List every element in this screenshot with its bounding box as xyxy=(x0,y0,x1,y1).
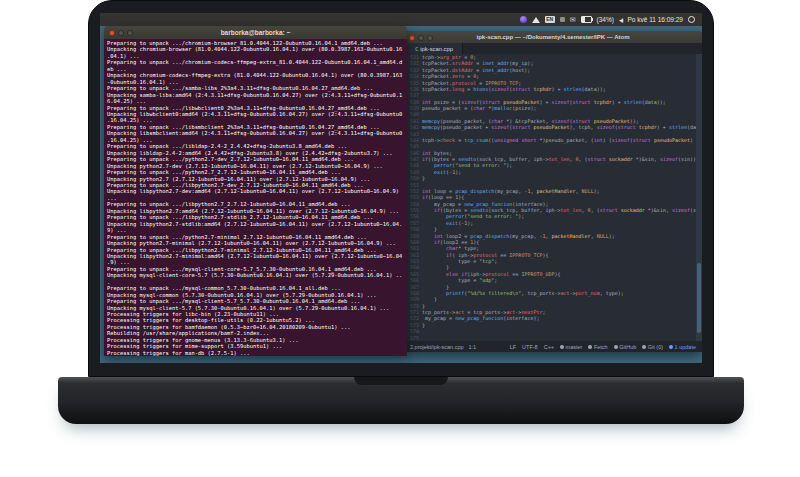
status-item-lf[interactable]: LF xyxy=(510,344,516,350)
status-item-git-0-[interactable]: Git (0) xyxy=(642,344,663,350)
volume-icon[interactable]: ◀) xyxy=(619,17,623,23)
minimize-button[interactable] xyxy=(418,35,424,41)
status-item-1-update[interactable]: 1 update xyxy=(669,344,696,350)
code-line xyxy=(422,335,702,341)
terminal-titlebar[interactable]: barborka@barborka: ~ xyxy=(104,26,407,39)
terminal-line: Unpacking libpython2.7-dev:amd64 (2.7.12… xyxy=(107,188,404,194)
status-item-label: UTF-8 xyxy=(522,344,538,350)
status-item-label: master xyxy=(566,344,583,350)
status-right-items: LFUTF-8C++masterFetchGitHubGit (0)1 upda… xyxy=(510,344,696,350)
terminal-line: Unpacking samba-libs:amd64 (2:4.3.11+dfs… xyxy=(107,92,404,98)
status-cursor-position[interactable]: 1:1 xyxy=(469,344,477,350)
editor-scrollbar[interactable] xyxy=(696,54,702,341)
git-branch-icon xyxy=(560,345,564,349)
laptop-screen: EN ✉ (34%) ◀) Po kvě 11 16:09:29 barbork… xyxy=(100,13,702,363)
terminal-window-buttons xyxy=(109,30,133,36)
atom-status-bar: 2.projekt/ipk-scan.cpp 1:1 LFUTF-8C++mas… xyxy=(404,341,702,352)
package-icon xyxy=(669,345,673,349)
laptop-mockup-scene: EN ✉ (34%) ◀) Po kvě 11 16:09:29 barbork… xyxy=(0,0,800,477)
terminal-line: Preparing to unpack .../samba-libs_2%3a4… xyxy=(107,85,404,91)
close-button[interactable] xyxy=(409,35,415,41)
status-item-label: C++ xyxy=(544,344,554,350)
status-item-master[interactable]: master xyxy=(560,344,582,350)
code-editor[interactable]: 5315325335345355365375385395405415425435… xyxy=(404,54,702,341)
terminal-line: Unpacking mysql-client-core-5.7 (5.7.30-… xyxy=(107,272,404,278)
laptop-base xyxy=(58,377,744,424)
top-panel: EN ✉ (34%) ◀) Po kvě 11 16:09:29 xyxy=(100,13,702,26)
status-item-label: LF xyxy=(510,344,516,350)
status-item-github[interactable]: GitHub xyxy=(614,344,637,350)
minimize-button[interactable] xyxy=(118,30,124,36)
maximize-button[interactable] xyxy=(427,35,433,41)
terminal-line: Unpacking libpython2.7-stdlib:amd64 (2.7… xyxy=(107,221,404,227)
terminal-title: barborka@barborka: ~ xyxy=(221,29,291,36)
atom-window: ipk-scan.cpp — ~/Dokumenty/4.semester/IP… xyxy=(404,31,702,352)
terminal-body[interactable]: Preparing to unpack .../chromium-browser… xyxy=(104,39,407,356)
status-item-c-[interactable]: C++ xyxy=(544,344,554,350)
close-button[interactable] xyxy=(109,30,115,36)
terminal-window: barborka@barborka: ~ Preparing to unpack… xyxy=(104,26,407,356)
maximize-button[interactable] xyxy=(127,30,133,36)
tab-ipk-scan-cpp[interactable]: C ipk-scan.cpp xyxy=(405,43,463,54)
git-diff-icon xyxy=(642,345,646,349)
tab-label: ipk-scan.cpp xyxy=(420,46,453,52)
atom-window-buttons xyxy=(409,35,433,41)
terminal-line: Preparing to unpack .../libpython2.7-min… xyxy=(107,247,404,253)
status-item-label: Git (0) xyxy=(648,344,663,350)
code-lines: tcph->urg_ptr = 0;tcpPacket.srcAddr = in… xyxy=(422,54,702,341)
terminal-line: Preparing to unpack .../libpython2.7-std… xyxy=(107,214,404,220)
status-file-path[interactable]: 2.projekt/ipk-scan.cpp xyxy=(410,344,464,350)
bluetooth-icon[interactable] xyxy=(560,17,565,22)
terminal-line: Processing triggers for man-db (2.7.5-1)… xyxy=(107,350,404,356)
status-item-label: GitHub xyxy=(619,344,636,350)
battery-percent-label: (34%) xyxy=(597,16,614,23)
code-line: memcpy(pseudo_packet + sizeof(struct pse… xyxy=(422,124,702,130)
status-item-label: 1 update xyxy=(675,344,696,350)
laptop-hinge-notch xyxy=(354,377,448,385)
status-item-label: Fetch xyxy=(594,344,608,350)
terminal-line: Unpacking chromium-browser (81.0.4044.12… xyxy=(107,46,404,52)
code-line: tcph->check = tcp_csum((unsigned short *… xyxy=(422,137,702,143)
app-indicator-icon[interactable] xyxy=(520,16,527,23)
wifi-icon[interactable] xyxy=(532,17,540,23)
status-item-fetch[interactable]: Fetch xyxy=(588,344,607,350)
terminal-line: Unpacking chromium-codecs-ffmpeg-extra (… xyxy=(107,72,404,78)
atom-window-title: ipk-scan.cpp — ~/Dokumenty/4.semester/IP… xyxy=(477,34,630,40)
atom-titlebar[interactable]: ipk-scan.cpp — ~/Dokumenty/4.semester/IP… xyxy=(404,31,702,43)
terminal-line: Unpacking libpython2.7-minimal:amd64 (2.… xyxy=(107,253,404,259)
sync-icon xyxy=(588,345,592,349)
messaging-envelope-icon[interactable]: ✉ xyxy=(570,16,576,23)
status-item-utf-8[interactable]: UTF-8 xyxy=(522,344,538,350)
github-icon xyxy=(614,345,618,349)
terminal-line: Unpacking libsmbclient:amd64 (2:4.3.11+d… xyxy=(107,130,404,136)
cpp-file-icon: C xyxy=(415,46,418,52)
terminal-line: Preparing to unpack .../chromium-codecs-… xyxy=(107,59,404,65)
scrollbar-thumb[interactable] xyxy=(697,263,701,333)
atom-tab-bar: C ipk-scan.cpp xyxy=(404,43,702,54)
terminal-line: Unpacking python2.7-minimal (2.7.12-1ubu… xyxy=(107,240,404,246)
session-gear-icon[interactable] xyxy=(688,16,695,23)
terminal-line: Preparing to unpack .../mysql-client-5.7… xyxy=(107,298,404,304)
battery-icon[interactable] xyxy=(581,16,592,23)
clock-label[interactable]: Po kvě 11 16:09:29 xyxy=(627,16,683,23)
keyboard-layout-indicator[interactable]: EN xyxy=(545,16,555,23)
